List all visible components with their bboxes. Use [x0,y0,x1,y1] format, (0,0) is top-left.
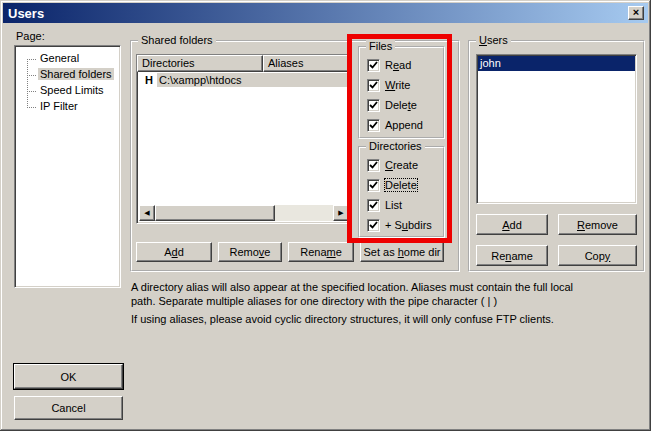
window-title: Users [8,6,44,21]
check-icon [369,221,378,230]
create-label: Create [385,159,418,171]
write-label: Write [385,79,410,91]
delete-checkbox[interactable] [367,99,380,112]
column-header-directories[interactable]: Directories [137,55,263,72]
files-append-option[interactable]: Append [367,118,443,132]
add-user-button[interactable]: Add [476,214,548,235]
subdirs-checkbox[interactable] [367,219,380,232]
dir-delete-checkbox[interactable] [367,179,380,192]
user-list-item[interactable]: john [478,56,635,71]
copy-user-button[interactable]: Copy [558,245,637,266]
users-dialog: Users × Page: General Shared folders Spe… [0,0,651,431]
page-item-ip-filter[interactable]: IP Filter [17,99,118,115]
users-group-label: Users [476,34,511,47]
check-icon [369,161,378,170]
list-label: List [385,199,402,211]
listview-header: Directories Aliases [137,55,351,72]
set-as-home-dir-button[interactable]: Set as home dir [360,242,444,262]
cancel-button[interactable]: Cancel [14,396,123,420]
users-listbox[interactable]: john [476,54,637,204]
read-checkbox[interactable] [367,59,380,72]
check-icon [369,201,378,210]
list-checkbox[interactable] [367,199,380,212]
check-icon [369,101,378,110]
directory-row[interactable]: H C:\xampp\htdocs [137,72,351,88]
check-icon [369,181,378,190]
page-item-shared-folders[interactable]: Shared folders [17,67,118,83]
delete-label: Delete [385,99,417,111]
files-permissions-group: Files Read Write Delete Append [358,46,445,139]
help-line-2: path. Separate multiple aliases for one … [131,294,647,308]
directory-path: C:\xampp\htdocs [157,73,350,87]
help-text: A directory alias will also appear at th… [131,280,647,326]
dirs-delete-option[interactable]: Delete [367,178,443,192]
scrollbar-track[interactable] [275,205,333,221]
ok-button[interactable]: OK [14,364,123,389]
dirs-create-option[interactable]: Create [367,158,443,172]
scroll-left-icon[interactable]: ◀ [139,205,155,221]
page-tree: General Shared folders Speed Limits IP F… [17,48,118,285]
home-dir-marker: H [145,74,157,86]
files-group-label: Files [366,40,395,53]
help-line-3: If using aliases, please avoid cyclic di… [131,312,647,326]
dirs-list-option[interactable]: List [367,198,443,212]
scrollbar-thumb[interactable] [155,205,275,221]
subdirs-label: + Subdirs [385,219,432,231]
page-item-general[interactable]: General [17,51,118,67]
directories-group-label: Directories [366,140,425,153]
page-item-speed-limits[interactable]: Speed Limits [17,83,118,99]
add-folder-button[interactable]: Add [136,242,212,262]
check-icon [369,121,378,130]
help-line-1: A directory alias will also appear at th… [131,280,647,294]
rename-folder-button[interactable]: Rename [288,242,354,262]
check-icon [369,81,378,90]
column-header-aliases[interactable]: Aliases [263,55,351,72]
shared-folders-group-label: Shared folders [138,34,216,47]
dir-delete-label: Delete [385,179,417,191]
page-label: Page: [16,30,45,42]
page-list[interactable]: General Shared folders Speed Limits IP F… [14,45,121,288]
write-checkbox[interactable] [367,79,380,92]
files-delete-option[interactable]: Delete [367,98,443,112]
horizontal-scrollbar[interactable]: ◀ ▶ [139,205,349,221]
remove-user-button[interactable]: Remove [558,214,637,235]
dirs-subdirs-option[interactable]: + Subdirs [367,218,443,232]
check-icon [369,61,378,70]
scroll-right-icon[interactable]: ▶ [333,205,349,221]
directories-listview[interactable]: Directories Aliases H C:\xampp\htdocs ◀ … [136,54,352,224]
read-label: Read [385,59,411,71]
remove-folder-button[interactable]: Remove [218,242,282,262]
create-checkbox[interactable] [367,159,380,172]
directories-permissions-group: Directories Create Delete List + Subdirs [358,146,445,238]
files-write-option[interactable]: Write [367,78,443,92]
rename-user-button[interactable]: Rename [476,245,548,266]
files-read-option[interactable]: Read [367,58,443,72]
append-checkbox[interactable] [367,119,380,132]
titlebar[interactable]: Users × [3,3,648,23]
close-icon[interactable]: × [628,6,644,20]
append-label: Append [385,119,423,131]
